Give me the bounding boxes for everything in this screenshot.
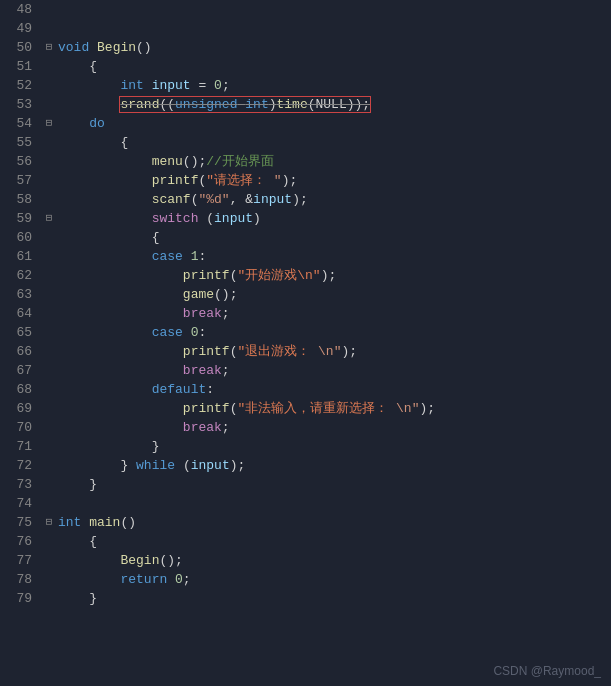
line-num-59: 59 <box>0 209 42 228</box>
code-line-59: 59 ⊟ switch (input) <box>0 209 611 228</box>
code-line-77: 77 Begin(); <box>0 551 611 570</box>
line-num-54: 54 <box>0 114 42 133</box>
line-num-62: 62 <box>0 266 42 285</box>
code-line-65: 65 case 0: <box>0 323 611 342</box>
code-line-76: 76 { <box>0 532 611 551</box>
code-line-68: 68 default: <box>0 380 611 399</box>
line-num-67: 67 <box>0 361 42 380</box>
line-num-65: 65 <box>0 323 42 342</box>
line-num-61: 61 <box>0 247 42 266</box>
line-num-74: 74 <box>0 494 42 513</box>
code-line-61: 61 case 1: <box>0 247 611 266</box>
line-num-56: 56 <box>0 152 42 171</box>
code-line-63: 63 game(); <box>0 285 611 304</box>
line-num-49: 49 <box>0 19 42 38</box>
code-line-72: 72 } while (input); <box>0 456 611 475</box>
code-line-60: 60 { <box>0 228 611 247</box>
code-line-53: 53 srand((unsigned int)time(NULL)); <box>0 95 611 114</box>
line-num-60: 60 <box>0 228 42 247</box>
code-line-48: 48 <box>0 0 611 19</box>
line-num-75: 75 <box>0 513 42 532</box>
line-num-73: 73 <box>0 475 42 494</box>
code-line-73: 73 } <box>0 475 611 494</box>
code-line-64: 64 break; <box>0 304 611 323</box>
line-num-71: 71 <box>0 437 42 456</box>
code-line-50: 50 ⊟ void Begin() <box>0 38 611 57</box>
code-line-75: 75 ⊟ int main() <box>0 513 611 532</box>
line-num-58: 58 <box>0 190 42 209</box>
code-line-67: 67 break; <box>0 361 611 380</box>
line-num-69: 69 <box>0 399 42 418</box>
line-num-79: 79 <box>0 589 42 608</box>
line-num-57: 57 <box>0 171 42 190</box>
line-num-51: 51 <box>0 57 42 76</box>
line-num-77: 77 <box>0 551 42 570</box>
line-num-52: 52 <box>0 76 42 95</box>
code-line-56: 56 menu();//开始界面 <box>0 152 611 171</box>
line-num-68: 68 <box>0 380 42 399</box>
line-num-48: 48 <box>0 0 42 19</box>
code-editor: 48 49 50 ⊟ void Begin() 51 { 52 int inpu… <box>0 0 611 686</box>
line-num-50: 50 <box>0 38 42 57</box>
code-line-54: 54 ⊟ do <box>0 114 611 133</box>
line-num-53: 53 <box>0 95 42 114</box>
code-line-57: 57 printf("请选择： "); <box>0 171 611 190</box>
line-num-72: 72 <box>0 456 42 475</box>
code-line-55: 55 { <box>0 133 611 152</box>
code-line-79: 79 } <box>0 589 611 608</box>
line-num-64: 64 <box>0 304 42 323</box>
code-line-49: 49 <box>0 19 611 38</box>
code-line-74: 74 <box>0 494 611 513</box>
code-line-66: 66 printf("退出游戏： \n"); <box>0 342 611 361</box>
code-line-71: 71 } <box>0 437 611 456</box>
line-num-76: 76 <box>0 532 42 551</box>
code-line-69: 69 printf("非法输入，请重新选择： \n"); <box>0 399 611 418</box>
code-line-51: 51 { <box>0 57 611 76</box>
code-line-70: 70 break; <box>0 418 611 437</box>
line-num-66: 66 <box>0 342 42 361</box>
code-line-78: 78 return 0; <box>0 570 611 589</box>
watermark: CSDN @Raymood_ <box>493 664 601 678</box>
code-line-62: 62 printf("开始游戏\n"); <box>0 266 611 285</box>
code-line-52: 52 int input = 0; <box>0 76 611 95</box>
line-num-63: 63 <box>0 285 42 304</box>
line-num-78: 78 <box>0 570 42 589</box>
line-num-55: 55 <box>0 133 42 152</box>
line-num-70: 70 <box>0 418 42 437</box>
code-line-58: 58 scanf("%d", &input); <box>0 190 611 209</box>
